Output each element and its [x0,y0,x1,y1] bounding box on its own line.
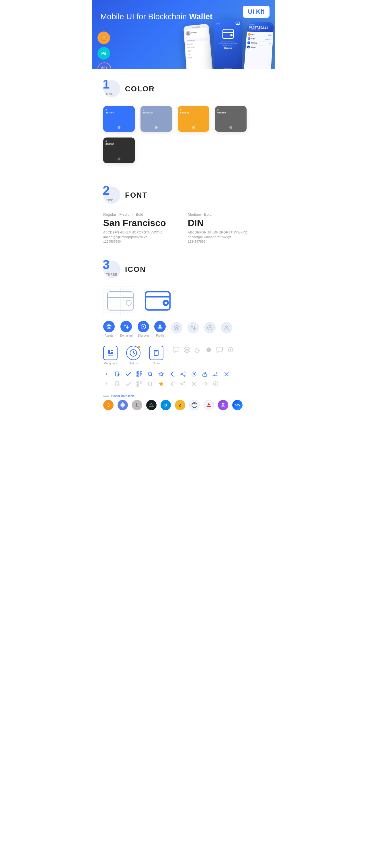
hero-section: Mobile UI for Blockchain Wallet UI Kit P… [92,0,275,69]
icon-chevron-left-gray [169,380,175,387]
hero-title-regular: Mobile UI for Blockchain [101,12,189,21]
svg-point-55 [181,383,182,384]
svg-point-18 [159,324,161,327]
screens-badge: 60+ Screens [97,62,111,69]
svg-point-15 [165,302,167,304]
icon-chat [172,346,180,354]
color-card-blue: #3574FA [103,106,135,132]
color-card-gray: #666666 [215,106,247,132]
color-swatch-gray: #666666 [215,106,247,132]
crypto-icons-row: ₿ Ł D Z [103,400,264,410]
svg-point-41 [184,372,185,373]
svg-rect-7 [230,34,232,36]
icon-share-gray [179,380,186,387]
svg-rect-38 [140,372,141,373]
icon-profile: Profile [154,321,166,337]
icon-section-header: 3 THREE ICON [103,261,264,278]
icon-check-gray [125,380,132,387]
icon-exchange-outline [188,322,199,337]
color-section-number: 1 ONE [103,80,120,97]
icon-refresh [212,371,219,378]
named-icons-row2 [171,322,232,337]
font-section: 2 TWO FONT Regular · Medium · Bold San F… [92,175,275,249]
svg-rect-24 [111,352,113,353]
color-swatch-blue: #3574FA [103,106,135,132]
icon-section: 3 THREE ICON [92,255,275,422]
phone-mockup-2: 9:41 Character may be masterpieces in th… [214,19,242,69]
font-san-francisco: Regular · Medium · Bold San Francisco AB… [103,212,179,243]
icon-arrow-right-gray [201,380,208,387]
misc-icons [172,346,234,354]
icon-discover-outline [204,322,216,337]
icon-doc-edit-gray [114,380,121,387]
svg-rect-23 [111,350,113,351]
svg-point-44 [193,373,195,375]
icon-search-gray [147,380,154,387]
icon-search [147,371,154,378]
icon-star-filled-orange [158,380,165,387]
svg-rect-37 [137,372,138,373]
crypto-iota [189,400,200,410]
svg-point-20 [209,327,211,329]
icon-qr [136,371,143,378]
crypto-neo [146,400,157,410]
icon-doc-edit [114,371,121,378]
icon-plus-gray: + [103,380,110,387]
ui-kit-badge: UI Kit [243,6,270,18]
svg-point-21 [226,326,228,328]
named-icons-row1: Assets Exchange Discover [103,321,166,337]
font-grid: Regular · Medium · Bold San Francisco AB… [103,212,264,243]
color-section-header: 1 ONE COLOR [103,80,264,97]
icon-layers [183,346,191,354]
utility-icons-gray: + [103,380,264,387]
phone-mockups: Profile AI Management Message Red Center… [185,19,273,69]
icon-check [125,371,132,378]
icon-assets: Assets [103,321,115,337]
icon-x-gray [190,380,197,387]
icon-section-number: 3 THREE [103,261,120,278]
font-section-header: 2 TWO FONT [103,186,264,204]
icon-chat-outline [216,346,224,354]
font-din: Medium · Bold DIN ABCDEFGHIJKLMNOPQRSTUV… [188,212,264,243]
svg-rect-29 [173,347,179,351]
utility-icons-colored: + [103,371,264,378]
svg-rect-25 [108,353,113,354]
hero-badges: Ps 60+ Screens [97,32,111,69]
color-swatch-dark: #303030 [103,137,135,163]
icon-wallet-colored [143,286,172,315]
svg-point-43 [184,375,185,376]
font-section-number: 2 TWO [103,186,120,204]
icon-history: History [126,346,140,365]
crypto-ethereum [117,400,128,410]
svg-rect-51 [140,382,141,383]
svg-rect-6 [223,29,233,38]
svg-rect-22 [108,350,110,353]
icon-exchange: Exchange [120,321,133,337]
crypto-bitcoin: ₿ [103,400,114,410]
icon-management: Mangment [103,346,117,365]
color-card-orange: #F5A623 [178,106,209,132]
svg-point-56 [184,385,185,386]
icon-blueprint [103,286,138,315]
named-icons-grid: Assets Exchange Discover [103,321,232,337]
crypto-litecoin: Ł [132,400,142,410]
phone-mockup-1: Profile AI Management Message Red Center… [184,24,213,69]
svg-marker-60 [222,404,224,406]
icon-discover: Discover [138,321,149,337]
icon-moon [194,346,202,354]
icon-main-row: Assets Exchange Discover [103,286,264,337]
crypto-dash: D [161,400,171,410]
icon-circle-filled [205,346,213,354]
icon-star [158,371,165,378]
bottom-labeled-icons: Mangment History Order [103,346,264,365]
icon-profile-outline [221,322,232,337]
svg-point-17 [143,326,144,328]
svg-point-42 [181,374,182,375]
svg-rect-52 [137,385,138,386]
svg-rect-26 [108,355,113,355]
svg-rect-50 [137,382,138,383]
crypto-waves [232,400,243,410]
colors-grid: #3574FA #8DA0C8 #F5A623 #666666 #303 [103,106,264,163]
icon-order: Order [149,346,163,365]
icon-chevron-left [169,371,175,378]
